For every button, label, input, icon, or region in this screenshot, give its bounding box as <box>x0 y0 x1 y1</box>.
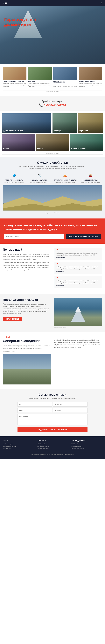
services-grid: СПОРТИВНЫЕ МЕРОПРИЯТИЯ Lorem ipsum Lorem… <box>3 67 102 89</box>
why-grid: Почему нас? Наши клиенты выбирают нас, п… <box>3 248 102 290</box>
contact-name-row <box>18 402 87 406</box>
contact-last-name-input[interactable] <box>53 402 87 406</box>
dest-card-alps[interactable]: Доломитовые Альпы <box>2 113 51 133</box>
dest-card-kenya[interactable]: Кения <box>36 134 69 151</box>
expert-phone[interactable]: 📞 1-800-453-6744 <box>3 104 102 107</box>
contact-email-input[interactable] <box>18 408 52 413</box>
dest-card-ethiopia[interactable]: Эфиопия <box>78 113 103 133</box>
quote-mark-3: " <box>56 277 100 279</box>
about-left: Северные экспедиции Lorem, Северная эксп… <box>3 339 51 384</box>
dest-name-ethiopia: Эфиопия <box>79 130 88 132</box>
service-image-2 <box>28 67 52 80</box>
dest-overlay-5: Кения <box>36 134 69 151</box>
service-text-4: Lorem ipsum Lorem ipsum Lorem ipsum Lore… <box>79 83 102 88</box>
testimonial-author-1: Фреди Билей <box>56 257 100 258</box>
improve-card-4: 🏨 РОСКОШНЫЕ ОТЕЛИ Sample text. Click to … <box>79 173 102 183</box>
improve-card-title-2: ИССЛЕДОВАТЬ МИР <box>28 180 51 181</box>
service-card-3[interactable]: ИНСТРУКТОР ПО СКАЛОЛАЗАНИЮ Lorem ipsum L… <box>53 67 77 89</box>
dest-name-iceland: Исландия <box>54 130 63 132</box>
contact-section: Свяжитесь с нами Есть вопросы или замеча… <box>0 389 105 436</box>
contact-submit-button[interactable]: ПРЕДСТАВИТЬ НА РАССМОТРЕНИЕ <box>18 427 87 432</box>
dest-name-kenya: Кения <box>37 148 43 150</box>
about-image-credit: Изображения от Freepik <box>3 350 51 352</box>
offers-read-more-button[interactable]: ЧИТАТЬ БОЛЬШЕ <box>3 317 22 321</box>
service-text-3: Lorem ipsum Lorem ipsum Lorem ipsum Lore… <box>53 84 77 89</box>
contact-title: Свяжитесь с нами <box>3 393 102 396</box>
offers-image-credit: Изображения от Freepik <box>54 326 102 328</box>
dest-overlay-4: Непал <box>2 134 35 151</box>
offers-image <box>54 298 102 326</box>
hero-section: Горы зовут, и я должен идти <box>0 6 105 64</box>
service-text-2: Dolor sit amet consectur Lorem ipsum Lor… <box>28 83 52 88</box>
hero-content: Горы зовут, и я должен идти <box>0 6 105 30</box>
improve-section: Улучшите свой опыт Duis aute irure dolor… <box>0 157 105 218</box>
improve-card-1: 🧳 ТУРИСТИЧЕСКИЕ ТУРЫ Sample text. Click … <box>3 173 26 183</box>
offers-section: Предложения и скидки Тысячи и специальны… <box>0 294 105 332</box>
contact-phone-input[interactable] <box>53 408 87 413</box>
quote-email-input[interactable] <box>4 234 64 239</box>
quote-section: «Каждое мгновение и каждое событие жизни… <box>0 218 105 244</box>
landscape-hills <box>3 369 51 384</box>
improve-title: Улучшите свой опыт <box>3 161 102 164</box>
testimonial-text-3: Sed ut perspiciatis unde omnis iste natu… <box>56 280 100 284</box>
dest-card-nepal[interactable]: Непал <box>2 134 35 151</box>
logo: logo <box>3 2 7 4</box>
service-title-1: СПОРТИВНЫЕ МЕРОПРИЯТИЯ <box>3 81 27 82</box>
destinations-image-credit: Изображения от Freepik <box>2 152 103 154</box>
improve-card-title-1: ТУРИСТИЧЕСКИЕ ТУРЫ <box>3 180 26 181</box>
service-title-2: ТРЕККИНГ <box>28 81 52 82</box>
offers-right: Изображения от Freepik <box>54 298 102 328</box>
improve-card-3: ⛺ ПРИКЛЮЧЕНСКИЕ КАНИКУЛЫ Sample text. Cl… <box>54 173 77 183</box>
testimonial-author-3: Фейл Билей <box>56 285 100 286</box>
contact-subtitle: Есть вопросы или замечания? Просто оправ… <box>3 397 102 399</box>
phone-icon: 📞 <box>39 104 43 107</box>
contact-message-input[interactable] <box>18 414 87 425</box>
service-title-4: ГОРНЫЕ ВЕЛОСИПЕДЫ <box>79 81 102 82</box>
footer-col-text-3: 4500 34th St. Лос-Анджелес, CA Телефон/Ф… <box>71 443 102 450</box>
dest-card-iceland[interactable]: Исландия <box>53 113 77 133</box>
tours-icon: 🧳 <box>12 173 17 178</box>
about-title: Северные экспедиции <box>3 339 51 343</box>
testimonial-author-2: Фрея Билей <box>56 271 100 272</box>
why-text-2: Excepteur sint occaecat cupidatat Lorem … <box>3 262 51 271</box>
menu-icon[interactable]: ≡ <box>101 2 102 4</box>
improve-card-2: 🔭 ИССЛЕДОВАТЬ МИР Sample text. Click to … <box>28 173 51 183</box>
expert-section: Speak to our expert 📞 1-800-453-6744 <box>0 96 105 111</box>
footer-grid: Сиэтл ул. Торговая улиц Сиэтл, Вашингтон… <box>3 440 102 450</box>
offers-snow-cap <box>75 306 81 312</box>
service-image-1 <box>3 67 27 80</box>
why-left: Почему нас? Наши клиенты выбирают нас, п… <box>3 248 51 290</box>
about-text-3: Ut enim ad minim veniam, quis nostrud ex… <box>54 339 102 348</box>
testimonial-text-2: Sed ut perspiciatis unde omnis iste natu… <box>56 266 100 270</box>
offers-left: Предложения и скидки Тысячи и специальны… <box>3 298 51 321</box>
dest-card-nz[interactable]: Новая Зеландия <box>70 134 103 151</box>
improve-mountain-image <box>3 186 102 210</box>
service-card-2[interactable]: ТРЕККИНГ Dolor sit amet consectur Lorem … <box>28 67 52 89</box>
footer-col-title-2: Нью-Йорк <box>37 440 68 442</box>
testimonial-text-1: Sed ut perspiciatis unde omnis iste natu… <box>56 252 100 256</box>
footer-col-seattle: Сиэтл ул. Торговая улиц Сиэтл, Вашингтон… <box>3 440 34 450</box>
service-image-3 <box>53 67 77 80</box>
improve-card-text-1: Sample text. Click to select the text bo… <box>3 182 26 183</box>
about-section: О НАС Северные экспедиции Lorem, Северна… <box>0 332 105 389</box>
footer-col-title-3: Лос-Анджелес <box>71 440 102 442</box>
adventure-icon: ⛺ <box>62 173 68 178</box>
services-image-credit: Изображения от Freepik <box>3 90 102 93</box>
footer-col-newyork: Нью-Йорк 1550 Collins St. Нью-Йорк, NY 1… <box>37 440 68 450</box>
destinations-section: Доломитовые Альпы Исландия Эфиопия Неп <box>0 111 105 157</box>
dest-overlay-3: Эфиопия <box>78 113 103 133</box>
service-card-1[interactable]: СПОРТИВНЫЕ МЕРОПРИЯТИЯ Lorem ipsum Lorem… <box>3 67 27 89</box>
improve-image-credit: Изображения с сайта Freepik <box>3 212 102 214</box>
quote-submit-button[interactable]: ПРЕДСТАВИТЬ НА РАССМОТРЕНИЕ <box>66 234 101 238</box>
contact-first-name-input[interactable] <box>18 402 52 406</box>
quote-text: «Каждое мгновение и каждое событие жизни… <box>4 223 101 231</box>
improve-card-title-4: РОСКОШНЫЕ ОТЕЛИ <box>79 180 102 181</box>
explore-icon: 🔭 <box>37 173 43 178</box>
footer-col-text-2: 1550 Collins St. Нью-Йорк, NY 10035 Теле… <box>37 443 68 450</box>
service-card-4[interactable]: ГОРНЫЕ ВЕЛОСИПЕДЫ Lorem ipsum Lorem ipsu… <box>79 67 102 89</box>
testimonial-2: " Sed ut perspiciatis unde omnis iste na… <box>54 262 102 274</box>
why-title: Почему нас? <box>3 248 51 252</box>
testimonial-3: " Sed ut perspiciatis unde omnis iste na… <box>54 276 102 288</box>
improve-grid: 🧳 ТУРИСТИЧЕСКИЕ ТУРЫ Sample text. Click … <box>3 173 102 183</box>
dest-overlay-2: Исландия <box>53 113 77 133</box>
